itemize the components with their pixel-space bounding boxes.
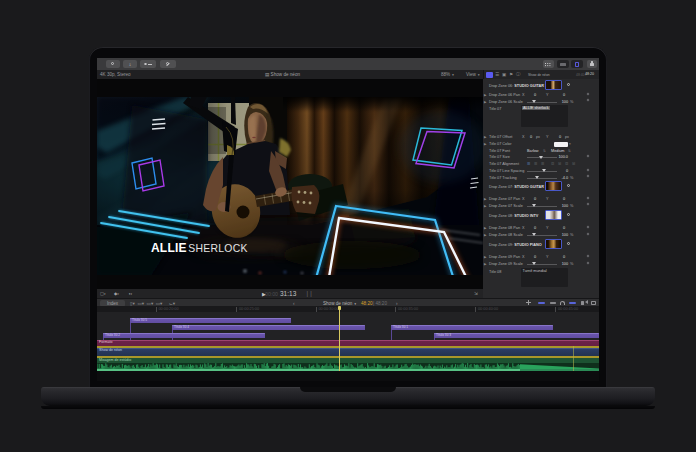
svg-text:ALLIESHERLOCK: ALLIESHERLOCK bbox=[151, 241, 248, 255]
